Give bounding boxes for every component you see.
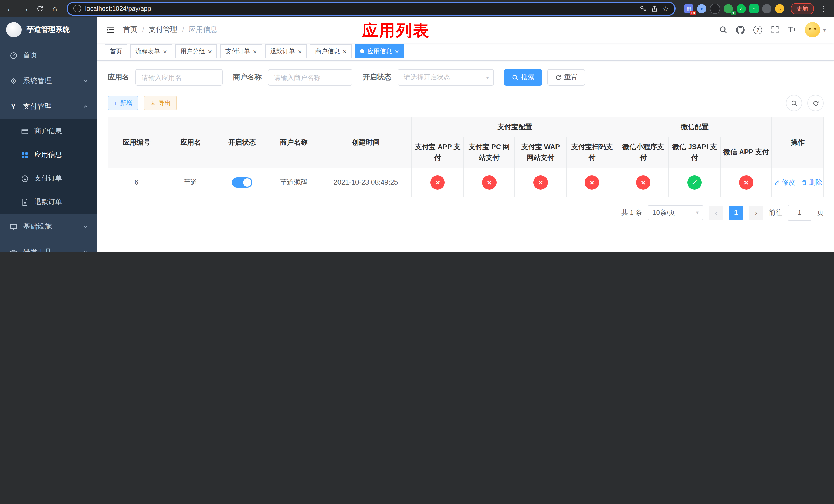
sidebar-item-pay-orders[interactable]: 支付订单: [0, 167, 97, 190]
export-button-label: 导出: [158, 99, 171, 108]
status-toggle[interactable]: [232, 177, 253, 188]
tab-label: 退款订单: [270, 47, 295, 55]
extension-green-icon[interactable]: 1: [724, 4, 733, 13]
col-header-action: 操作: [772, 117, 824, 168]
col-header-name: 应用名: [165, 117, 216, 168]
sidebar-item-payment[interactable]: ¥ 支付管理: [0, 94, 97, 119]
status-select[interactable]: 请选择开启状态 ▾: [397, 69, 494, 86]
tab-label: 首页: [110, 47, 122, 55]
alipay-pc-disabled-icon: ×: [482, 175, 496, 190]
tab-close-icon[interactable]: ×: [163, 48, 167, 54]
tab-label: 应用信息: [367, 47, 392, 55]
breadcrumb: 首页 / 支付管理 / 应用信息: [123, 25, 218, 35]
page-size-select[interactable]: 10条/页 ▾: [648, 205, 703, 221]
status-select-placeholder: 请选择开启状态: [404, 73, 450, 82]
tab-merchant-info[interactable]: 商户信息 ×: [310, 44, 352, 59]
extension-face-icon[interactable]: ᴗ: [775, 4, 784, 13]
tab-label: 流程表单: [135, 47, 160, 55]
tab-close-icon[interactable]: ×: [208, 48, 212, 54]
forward-icon[interactable]: →: [20, 4, 30, 13]
reset-button[interactable]: 重置: [547, 69, 585, 86]
col-header-alipay-qr: 支付宝扫码支付: [567, 137, 618, 168]
edit-link[interactable]: 修改: [774, 178, 795, 187]
user-menu[interactable]: ▾: [805, 22, 826, 38]
chevron-down-icon: ▾: [486, 75, 489, 80]
goto-page-input[interactable]: [788, 205, 811, 221]
tab-close-icon[interactable]: ×: [298, 48, 302, 54]
font-size-icon[interactable]: TT: [788, 26, 796, 34]
add-button-label: 新增: [120, 99, 132, 108]
search-icon[interactable]: [719, 26, 727, 34]
next-page-button[interactable]: ›: [749, 206, 763, 220]
tab-process-form[interactable]: 流程表单 ×: [130, 44, 172, 59]
extension-dark-icon[interactable]: [710, 3, 720, 14]
extension-chat-icon[interactable]: ◦: [749, 4, 759, 13]
plus-icon: +: [114, 99, 117, 107]
extension-grid-icon[interactable]: ▦10: [684, 4, 694, 13]
col-header-created: 创建时间: [320, 117, 412, 168]
merchant-name-input[interactable]: [268, 69, 352, 86]
extension-pin-icon[interactable]: [762, 4, 771, 13]
chevron-down-icon: ▾: [696, 210, 699, 215]
help-icon[interactable]: ?: [753, 25, 762, 34]
current-page-button[interactable]: 1: [729, 206, 743, 220]
cell-status: [216, 168, 268, 197]
sidebar-item-infrastructure[interactable]: 基础设施: [0, 214, 97, 239]
refresh-table-icon[interactable]: [807, 95, 824, 111]
github-icon[interactable]: [736, 25, 745, 34]
tab-user-group[interactable]: 用户分组 ×: [175, 44, 217, 59]
export-button[interactable]: 导出: [144, 96, 177, 110]
url-text[interactable]: localhost:1024/pay/app: [85, 5, 636, 12]
delete-link[interactable]: 删除: [801, 178, 822, 187]
tab-refund-orders[interactable]: 退款订单 ×: [265, 44, 307, 59]
search-button[interactable]: 搜索: [504, 69, 542, 86]
add-button[interactable]: + 新增: [108, 96, 138, 110]
sidebar-item-dev-tools[interactable]: 研发工具: [0, 239, 97, 252]
tab-label: 商户信息: [315, 47, 340, 55]
share-icon[interactable]: [651, 5, 658, 12]
chevron-down-icon: ▾: [823, 27, 826, 32]
sidebar-item-system[interactable]: ⚙ 系统管理: [0, 68, 97, 94]
sidebar-item-home[interactable]: 首页: [0, 43, 97, 68]
cell-created: 2021-10-23 08:49:25: [320, 168, 412, 197]
back-icon[interactable]: ←: [5, 4, 15, 13]
document-icon: [21, 198, 29, 206]
app-name-input[interactable]: [135, 69, 223, 86]
sidebar-submenu-payment: 商户信息 应用信息 支付订单: [0, 119, 97, 214]
sidebar-item-merchant-info[interactable]: 商户信息: [0, 119, 97, 143]
sidebar-logo[interactable]: 芋道管理系统: [0, 17, 97, 43]
prev-page-button[interactable]: ‹: [709, 206, 723, 220]
sidebar-item-app-info[interactable]: 应用信息: [0, 143, 97, 167]
status-label: 开启状态: [363, 73, 391, 82]
tab-home[interactable]: 首页: [105, 44, 127, 59]
sidebar-item-label: 商户信息: [35, 127, 62, 136]
browser-update-button[interactable]: 更新: [791, 3, 814, 14]
tab-close-icon[interactable]: ×: [253, 48, 257, 54]
extension-drop-icon[interactable]: ●: [697, 4, 706, 13]
reload-icon[interactable]: [35, 5, 45, 12]
tab-close-icon[interactable]: ×: [395, 48, 399, 54]
bookmark-star-icon[interactable]: ☆: [662, 4, 669, 13]
toggle-search-icon[interactable]: [786, 95, 802, 111]
navbar-actions: ? TT ▾: [719, 22, 826, 38]
tab-app-info[interactable]: 应用信息 ×: [355, 44, 404, 59]
tab-close-icon[interactable]: ×: [343, 48, 347, 54]
extension-check-icon[interactable]: ✓: [737, 4, 746, 13]
breadcrumb-home[interactable]: 首页: [123, 25, 137, 35]
app-shell: 芋道管理系统 首页 ⚙ 系统管理 ¥ 支付管理: [0, 17, 834, 252]
tab-pay-orders[interactable]: 支付订单 ×: [220, 44, 262, 59]
browser-menu-icon[interactable]: ⋮: [819, 4, 829, 13]
fullscreen-icon[interactable]: [771, 26, 779, 34]
breadcrumb-payment: 支付管理: [149, 25, 177, 35]
url-bar[interactable]: i localhost:1024/pay/app ☆: [68, 2, 675, 15]
chevron-up-icon: [83, 104, 88, 109]
yen-icon: ¥: [9, 103, 18, 110]
sidebar-item-refund-orders[interactable]: 退款订单: [0, 190, 97, 214]
pagination-total: 共 1 条: [621, 208, 642, 217]
page-info-icon[interactable]: i: [73, 5, 81, 12]
password-key-icon[interactable]: [640, 5, 647, 12]
tags-view-bar: 首页 流程表单 × 用户分组 × 支付订单 × 退款订单 ×: [97, 43, 834, 61]
logo-avatar: [6, 22, 22, 38]
sidebar-fold-icon[interactable]: [106, 25, 115, 35]
home-icon[interactable]: ⌂: [50, 4, 60, 13]
